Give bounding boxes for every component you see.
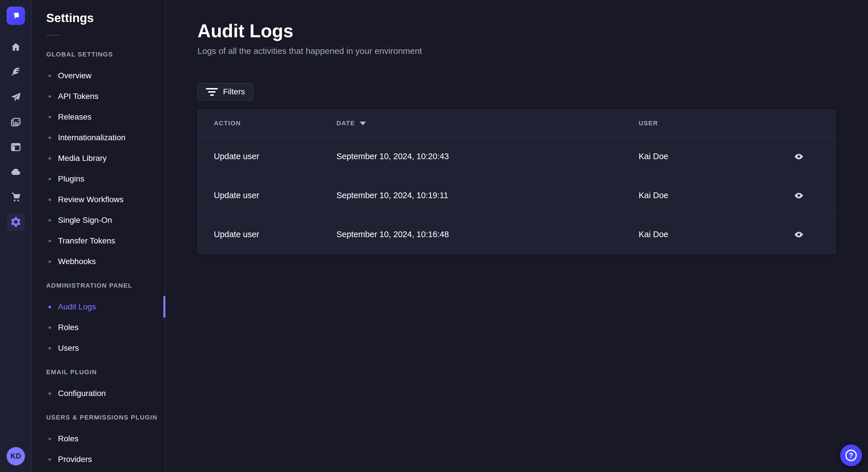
eye-icon: [794, 230, 803, 239]
sidebar-item-media-library[interactable]: Media Library: [46, 148, 165, 169]
subnav-title: Settings: [46, 11, 165, 25]
bullet-icon: [49, 326, 51, 329]
view-log-button[interactable]: [792, 149, 806, 164]
section-users-permissions-plugin: Roles Providers: [32, 429, 165, 470]
bullet-icon: [49, 219, 51, 222]
bullet-icon: [49, 347, 51, 349]
feather-icon[interactable]: [7, 63, 25, 81]
main-content: Audit Logs Logs of all the activities th…: [166, 0, 868, 472]
sidebar-item-review-workflows[interactable]: Review Workflows: [46, 189, 165, 210]
sidebar-item-internationalization[interactable]: Internationalization: [46, 127, 165, 148]
media-library-icon[interactable]: [7, 113, 25, 131]
active-item-indicator: [163, 296, 165, 318]
bullet-icon: [49, 438, 51, 440]
user-avatar[interactable]: KD: [7, 447, 25, 465]
table-row: Update user September 10, 2024, 10:16:48…: [198, 215, 836, 254]
section-email-plugin: Configuration: [32, 383, 165, 404]
help-button[interactable]: ?: [840, 444, 862, 466]
cell-action: Update user: [214, 152, 336, 161]
sidebar-item-plugins[interactable]: Plugins: [46, 169, 165, 189]
cell-date: September 10, 2024, 10:19:11: [336, 191, 639, 200]
sidebar-item-admin-users[interactable]: Users: [46, 338, 165, 359]
page-subtitle: Logs of all the activities that happened…: [197, 45, 836, 57]
cell-user: Kai Doe: [639, 191, 776, 200]
bullet-icon: [49, 458, 51, 461]
view-log-button[interactable]: [792, 227, 806, 242]
sidebar-item-webhooks[interactable]: Webhooks: [46, 251, 165, 272]
audit-log-table: ACTION DATE USER Update user September 1…: [197, 109, 836, 254]
table-row: Update user September 10, 2024, 10:19:11…: [198, 176, 836, 215]
bullet-icon: [49, 74, 51, 77]
eye-icon: [794, 152, 803, 161]
cell-date: September 10, 2024, 10:16:48: [336, 230, 639, 239]
column-header-user[interactable]: USER: [639, 120, 776, 127]
strapi-logo-icon: [10, 10, 21, 21]
main-nav-rail: KD: [0, 0, 32, 472]
column-header-date[interactable]: DATE: [336, 120, 639, 127]
view-log-button[interactable]: [792, 188, 806, 203]
eye-icon: [794, 191, 803, 200]
subnav-title-divider: [46, 35, 60, 36]
bullet-icon: [49, 392, 51, 395]
sidebar-item-up-providers[interactable]: Providers: [46, 449, 165, 470]
cell-action: Update user: [214, 191, 336, 200]
home-icon[interactable]: [7, 38, 25, 57]
filter-lines-icon: [206, 88, 218, 96]
cell-user: Kai Doe: [639, 152, 776, 161]
paper-plane-icon[interactable]: [7, 88, 25, 106]
section-label-administration-panel: ADMINISTRATION PANEL: [46, 281, 165, 290]
avatar-initials: KD: [10, 452, 21, 460]
sidebar-item-transfer-tokens[interactable]: Transfer Tokens: [46, 231, 165, 251]
rail-bottom-section: KD: [0, 440, 32, 472]
bullet-icon: [49, 136, 51, 139]
table-header-row: ACTION DATE USER: [198, 110, 836, 137]
cloud-icon[interactable]: [7, 163, 25, 181]
logo-section: [0, 0, 32, 32]
bullet-icon: [49, 178, 51, 180]
table-row: Update user September 10, 2024, 10:20:43…: [198, 137, 836, 176]
cell-action: Update user: [214, 230, 336, 239]
settings-gear-icon[interactable]: [7, 213, 25, 231]
bullet-icon: [49, 306, 51, 308]
section-label-users-permissions-plugin: USERS & PERMISSIONS PLUGIN: [46, 413, 165, 422]
bullet-icon: [49, 240, 51, 242]
bullet-icon: [49, 260, 51, 263]
section-label-email-plugin: EMAIL PLUGIN: [46, 368, 165, 376]
cell-date: September 10, 2024, 10:20:43: [336, 152, 639, 161]
section-administration-panel: Audit Logs Roles Users: [32, 297, 165, 359]
sidebar-item-releases[interactable]: Releases: [46, 107, 165, 127]
sidebar-item-single-sign-on[interactable]: Single Sign-On: [46, 210, 165, 231]
sidebar-item-audit-logs[interactable]: Audit Logs: [46, 297, 165, 317]
filters-button-label: Filters: [223, 87, 245, 96]
section-global-settings: Overview API Tokens Releases Internation…: [32, 65, 165, 272]
bullet-icon: [49, 198, 51, 201]
column-header-action[interactable]: ACTION: [214, 120, 336, 127]
rail-icons: [7, 38, 25, 231]
sidebar-item-email-configuration[interactable]: Configuration: [46, 383, 165, 404]
strapi-logo[interactable]: [7, 7, 25, 25]
filters-button[interactable]: Filters: [197, 83, 253, 100]
page-title: Audit Logs: [197, 21, 836, 41]
question-mark-icon: ?: [845, 450, 857, 461]
section-label-global-settings: GLOBAL SETTINGS: [46, 50, 165, 59]
content-manager-icon[interactable]: [7, 138, 25, 156]
bullet-icon: [49, 116, 51, 119]
settings-subnav: Settings GLOBAL SETTINGS Overview API To…: [32, 0, 166, 472]
sort-desc-icon: [360, 122, 366, 125]
bullet-icon: [49, 157, 51, 160]
bullet-icon: [49, 95, 51, 98]
sidebar-item-overview[interactable]: Overview: [46, 65, 165, 86]
sidebar-item-api-tokens[interactable]: API Tokens: [46, 86, 165, 107]
sidebar-item-admin-roles[interactable]: Roles: [46, 317, 165, 338]
cell-user: Kai Doe: [639, 230, 776, 239]
sidebar-item-up-roles[interactable]: Roles: [46, 429, 165, 449]
marketplace-cart-icon[interactable]: [7, 188, 25, 206]
